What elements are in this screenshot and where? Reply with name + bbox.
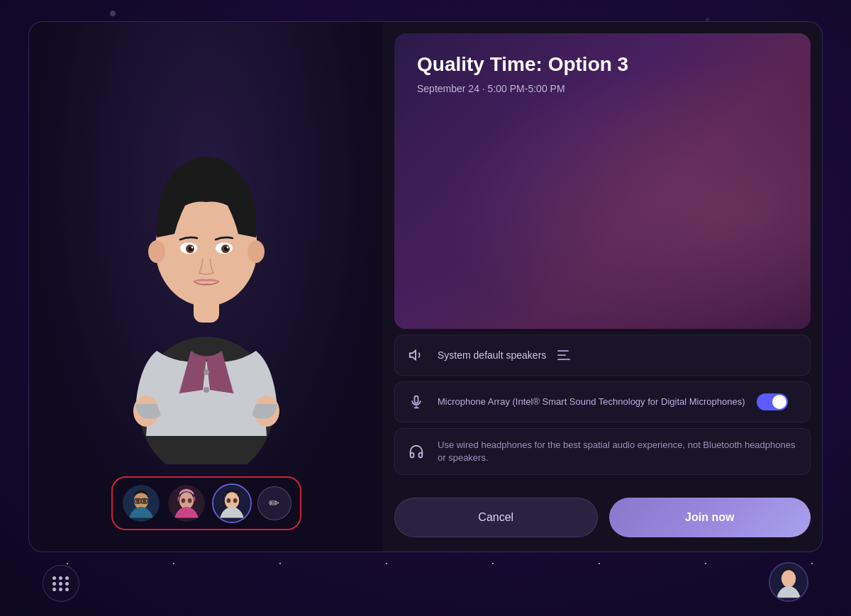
- event-date: September 24 · 5:00 PM-5:00 PM: [417, 83, 788, 94]
- svg-point-31: [233, 498, 237, 503]
- audio-settings-section: System default speakers: [383, 329, 822, 486]
- edit-icon: ✏: [269, 495, 279, 511]
- action-buttons-row: Cancel Join now: [383, 486, 822, 551]
- avatar-thumb-1[interactable]: [121, 483, 161, 523]
- audio-settings-button[interactable]: [557, 350, 570, 360]
- avatar-display: [72, 103, 341, 471]
- cancel-button[interactable]: Cancel: [394, 498, 598, 537]
- microphone-setting-row: Microphone Array (Intel® Smart Sound Tec…: [394, 381, 811, 422]
- svg-point-7: [148, 240, 165, 263]
- left-panel: ✏: [28, 21, 383, 552]
- microphone-icon: [406, 392, 426, 412]
- speakers-setting-row: System default speakers: [394, 335, 811, 376]
- svg-point-15: [191, 246, 193, 248]
- speakers-label: System default speakers: [438, 349, 546, 361]
- avatar-thumb-2[interactable]: [167, 483, 206, 523]
- svg-marker-32: [410, 350, 416, 359]
- svg-point-1: [204, 369, 209, 375]
- svg-point-37: [782, 570, 796, 587]
- microphone-label: Microphone Array (Intel® Smart Sound Tec…: [438, 396, 745, 408]
- svg-point-2: [204, 387, 209, 393]
- svg-point-8: [247, 240, 265, 263]
- main-avatar-svg: [86, 110, 327, 464]
- headphone-tip-row: Use wired headphones for the best spatia…: [394, 428, 811, 475]
- speaker-icon: [406, 345, 426, 365]
- avatar-thumb-3[interactable]: [212, 483, 252, 523]
- microphone-toggle[interactable]: [757, 393, 788, 410]
- user-avatar-button[interactable]: [769, 562, 808, 602]
- svg-point-27: [187, 498, 191, 503]
- svg-point-26: [181, 498, 185, 503]
- sliders-icon: [557, 350, 570, 360]
- event-preview: Quality Time: Option 3 September 24 · 5:…: [394, 33, 811, 329]
- headphone-icon: [406, 442, 426, 461]
- headphone-tip-text: Use wired headphones for the best spatia…: [438, 439, 799, 464]
- dots-grid-icon: [52, 576, 69, 591]
- join-now-button[interactable]: Join now: [609, 498, 811, 537]
- avatar-selector-bar: ✏: [111, 476, 301, 530]
- svg-rect-33: [415, 396, 418, 403]
- svg-point-16: [226, 246, 228, 248]
- main-container: ✏ Quality Time: Option 3 September 24 · …: [28, 21, 823, 552]
- edit-avatar-button[interactable]: ✏: [257, 486, 291, 520]
- right-panel: Quality Time: Option 3 September 24 · 5:…: [383, 21, 823, 552]
- svg-point-30: [226, 498, 230, 503]
- apps-button[interactable]: [43, 565, 79, 602]
- event-title: Quality Time: Option 3: [417, 53, 788, 76]
